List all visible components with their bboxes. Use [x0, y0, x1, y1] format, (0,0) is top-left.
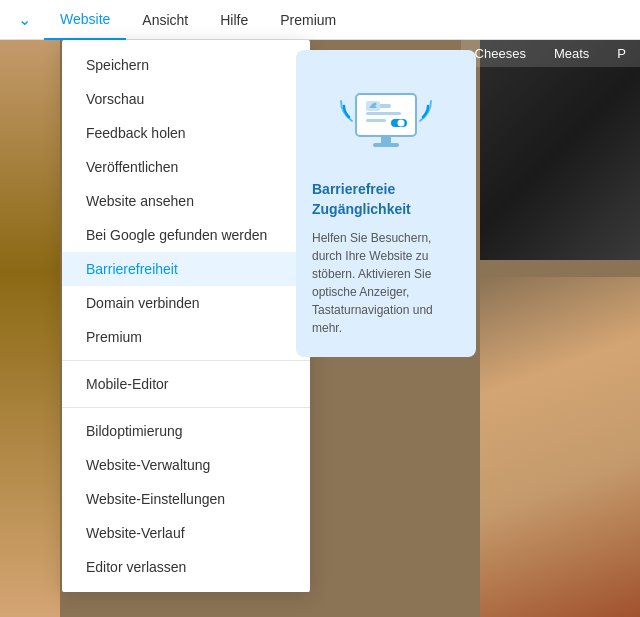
menu-item-barrierefreiheit[interactable]: Barrierefreiheit — [62, 252, 310, 286]
nav-menu: Website Ansicht Hilfe Premium — [44, 0, 352, 40]
chevron-down-icon: ⌄ — [18, 10, 31, 29]
nav-item-hilfe[interactable]: Hilfe — [204, 0, 264, 40]
bg-left — [0, 40, 60, 617]
accessibility-icon — [331, 79, 441, 159]
menu-item-website-einstellungen[interactable]: Website-Einstellungen — [62, 482, 310, 516]
menu-item-speichern[interactable]: Speichern — [62, 48, 310, 82]
tab-bar: Cheeses Meats P — [461, 40, 640, 67]
tab-meats[interactable]: Meats — [540, 40, 603, 67]
menu-item-feedback[interactable]: Feedback holen — [62, 116, 310, 150]
nav-item-website[interactable]: Website — [44, 0, 126, 40]
menu-item-google[interactable]: Bei Google gefunden werden — [62, 218, 310, 252]
menu-item-bildoptimierung[interactable]: Bildoptimierung — [62, 414, 310, 448]
menu-item-editor-verlassen[interactable]: Editor verlassen — [62, 550, 310, 584]
nav-item-ansicht[interactable]: Ansicht — [126, 0, 204, 40]
website-dropdown-menu: Speichern Vorschau Feedback holen Veröff… — [62, 40, 310, 592]
menu-item-website-verwaltung[interactable]: Website-Verwaltung — [62, 448, 310, 482]
feature-card-title: Barrierefreie Zugänglichkeit — [312, 180, 460, 219]
menu-divider-1 — [62, 360, 310, 361]
menu-item-premium[interactable]: Premium — [62, 320, 310, 354]
svg-rect-10 — [373, 143, 399, 147]
nav-item-premium[interactable]: Premium — [264, 0, 352, 40]
tab-p[interactable]: P — [603, 40, 640, 67]
menu-item-mobile-editor[interactable]: Mobile-Editor — [62, 367, 310, 401]
bg-top-right — [480, 40, 640, 260]
feature-card-description: Helfen Sie Besuchern, durch Ihre Website… — [312, 229, 460, 337]
menu-item-vorschau[interactable]: Vorschau — [62, 82, 310, 116]
bg-bottom-right — [480, 277, 640, 617]
feature-icon-area — [326, 74, 446, 164]
menu-item-website-verlauf[interactable]: Website-Verlauf — [62, 516, 310, 550]
svg-rect-3 — [366, 119, 386, 122]
svg-point-5 — [398, 120, 405, 127]
topbar-left: ⌄ Website Ansicht Hilfe Premium — [0, 0, 352, 40]
menu-item-veroeffentlichen[interactable]: Veröffentlichen — [62, 150, 310, 184]
menu-divider-2 — [62, 407, 310, 408]
chevron-down-button[interactable]: ⌄ — [8, 4, 40, 36]
svg-rect-9 — [381, 136, 391, 144]
feature-card-accessibility: Barrierefreie Zugänglichkeit Helfen Sie … — [296, 50, 476, 357]
menu-item-website-ansehen[interactable]: Website ansehen — [62, 184, 310, 218]
svg-rect-2 — [366, 112, 401, 115]
topbar: ⌄ Website Ansicht Hilfe Premium — [0, 0, 640, 40]
svg-point-8 — [374, 103, 377, 106]
menu-item-domain[interactable]: Domain verbinden — [62, 286, 310, 320]
